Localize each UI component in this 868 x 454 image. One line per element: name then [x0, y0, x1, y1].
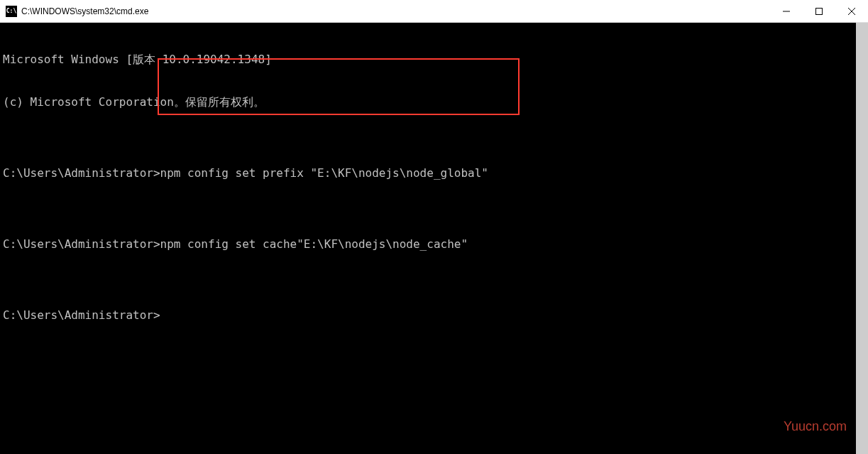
minimize-icon [783, 8, 790, 15]
terminal-line: Microsoft Windows [版本 10.0.19042.1348] [3, 53, 853, 67]
terminal-prompt-line: C:\Users\Administrator> [3, 308, 853, 323]
vertical-scrollbar[interactable] [856, 23, 868, 454]
titlebar[interactable]: C:\ C:\WINDOWS\system32\cmd.exe [0, 0, 868, 23]
terminal-prompt-line: C:\Users\Administrator>npm config set pr… [3, 166, 853, 180]
terminal-command: npm config set prefix "E:\KF\nodejs\node… [160, 166, 488, 180]
window-title: C:\WINDOWS\system32\cmd.exe [21, 6, 770, 16]
close-button[interactable] [835, 0, 868, 22]
terminal[interactable]: Microsoft Windows [版本 10.0.19042.1348] (… [0, 23, 856, 454]
terminal-area: Microsoft Windows [版本 10.0.19042.1348] (… [0, 23, 868, 454]
terminal-prompt: C:\Users\Administrator> [3, 237, 160, 252]
terminal-prompt: C:\Users\Administrator> [3, 166, 160, 180]
maximize-icon [815, 8, 823, 15]
app-icon: C:\ [6, 6, 17, 17]
terminal-prompt: C:\Users\Administrator> [3, 308, 160, 323]
window-controls [770, 0, 868, 22]
maximize-button[interactable] [803, 0, 835, 22]
terminal-command: npm config set cache"E:\KF\nodejs\node_c… [160, 237, 468, 252]
terminal-prompt-line: C:\Users\Administrator>npm config set ca… [3, 237, 853, 252]
close-icon [848, 8, 855, 15]
minimize-button[interactable] [770, 0, 803, 22]
cmd-window: C:\ C:\WINDOWS\system32\cmd.exe Microsof… [0, 0, 868, 454]
svg-rect-1 [816, 8, 823, 14]
scrollbar-thumb[interactable] [856, 23, 868, 454]
terminal-line: (c) Microsoft Corporation。保留所有权利。 [3, 95, 853, 109]
